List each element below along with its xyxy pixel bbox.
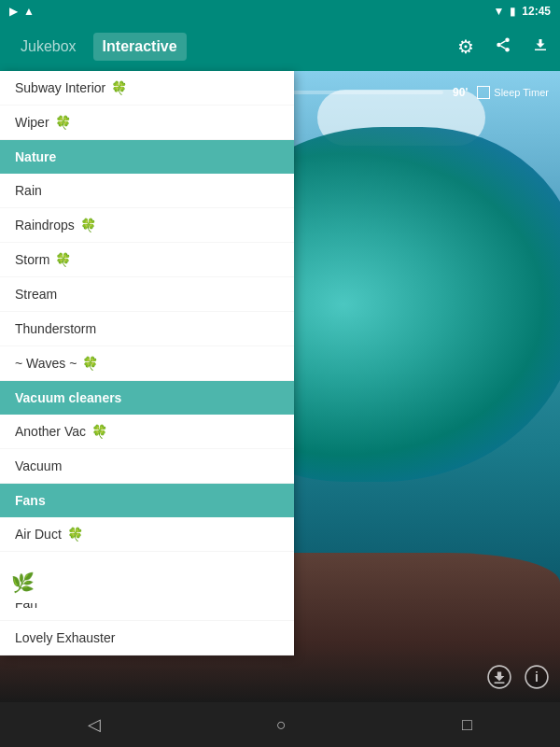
leaf-icon-another-vac: 🍀 [91, 424, 107, 439]
menu-item-waves-label: ~ Waves ~ [15, 356, 77, 371]
menu-item-lovely-exhauster-label: Lovely Exhauster [15, 630, 115, 645]
menu-item-storm[interactable]: Storm 🍀 [0, 243, 294, 277]
svg-line-4 [500, 40, 505, 43]
menu-item-storm-label: Storm [15, 252, 49, 267]
svg-point-0 [505, 37, 510, 42]
menu-item-thunderstorm[interactable]: Thunderstorm [0, 312, 294, 346]
svg-point-1 [497, 42, 501, 47]
menu-item-thunderstorm-label: Thunderstorm [15, 321, 96, 336]
menu-item-air-duct-label: Air Duct [15, 527, 62, 542]
svg-rect-5 [535, 49, 546, 50]
menu-item-subway-label: Subway Interior [15, 80, 105, 95]
svg-line-3 [500, 46, 505, 49]
menu-item-wiper-label: Wiper [15, 115, 49, 130]
nav-recent-button[interactable]: □ [443, 708, 491, 742]
app-bar: Jukebox Interactive ⚙ [0, 22, 560, 71]
menu-item-waves[interactable]: ~ Waves ~ 🍀 [0, 346, 294, 381]
svg-point-2 [505, 48, 510, 52]
leaf-icon-wiper: 🍀 [55, 115, 71, 130]
status-time: 12:45 [522, 5, 551, 18]
right-bottom-icons: i [487, 665, 549, 695]
leaf-icon-storm: 🍀 [55, 252, 71, 267]
menu-item-rain-label: Rain [15, 183, 42, 198]
sleep-checkbox[interactable] [477, 86, 490, 99]
menu-item-vacuum[interactable]: Vacuum [0, 449, 294, 484]
info-bottom-icon[interactable]: i [525, 665, 549, 695]
nav-home-button[interactable]: ○ [258, 708, 305, 742]
dropdown-menu: Subway Interior 🍀 Wiper 🍀 Nature Rain Ra… [0, 71, 294, 655]
svg-text:i: i [535, 669, 539, 684]
download-icon[interactable] [532, 36, 549, 58]
leaf-icon-raindrops: 🍀 [80, 218, 96, 233]
menu-item-subway[interactable]: Subway Interior 🍀 [0, 71, 294, 106]
leaf-icon-waves: 🍀 [82, 356, 98, 371]
menu-item-lovely-exhauster[interactable]: Lovely Exhauster [0, 621, 294, 655]
nav-back-button[interactable]: ◁ [69, 707, 119, 742]
menu-item-vacuum-label: Vacuum [15, 458, 62, 473]
download-bottom-icon[interactable] [487, 665, 511, 695]
wifi-icon: ▼ [493, 5, 504, 18]
leaf-icon-air-duct: 🍀 [67, 527, 83, 542]
category-nature: Nature [0, 140, 294, 174]
menu-item-another-vac-label: Another Vac [15, 424, 86, 439]
settings-icon[interactable]: ⚙ [457, 35, 474, 58]
category-fans: Fans [0, 484, 294, 517]
menu-item-raindrops-label: Raindrops [15, 218, 75, 233]
menu-item-rain[interactable]: Rain [0, 174, 294, 208]
bottom-nav: ◁ ○ □ [0, 702, 560, 747]
android-icon: ▲ [23, 5, 35, 18]
menu-item-another-vac[interactable]: Another Vac 🍀 [0, 415, 294, 449]
sleep-timer: Sleep Timer [477, 86, 549, 99]
tab-interactive[interactable]: Interactive [93, 33, 187, 61]
battery-icon: ▮ [510, 5, 516, 18]
play-icon: ▶ [9, 5, 18, 18]
bottom-app-icons: 🌿 [0, 562, 294, 603]
category-vacuum: Vacuum cleaners [0, 381, 294, 415]
svg-rect-7 [495, 682, 505, 684]
leaf-bottom-icon[interactable]: 🌿 [11, 571, 35, 594]
time-label: 90' [453, 86, 468, 99]
sleep-timer-label: Sleep Timer [494, 87, 549, 98]
appbar-icons: ⚙ [450, 35, 549, 58]
menu-item-raindrops[interactable]: Raindrops 🍀 [0, 208, 294, 243]
tab-jukebox[interactable]: Jukebox [11, 33, 86, 61]
menu-item-stream[interactable]: Stream [0, 277, 294, 312]
status-bar: ▶ ▲ ▼ ▮ 12:45 [0, 0, 560, 22]
leaf-icon-subway: 🍀 [111, 80, 127, 95]
menu-item-wiper[interactable]: Wiper 🍀 [0, 106, 294, 140]
share-icon[interactable] [495, 36, 511, 58]
menu-item-air-duct[interactable]: Air Duct 🍀 [0, 517, 294, 552]
menu-item-stream-label: Stream [15, 287, 57, 302]
